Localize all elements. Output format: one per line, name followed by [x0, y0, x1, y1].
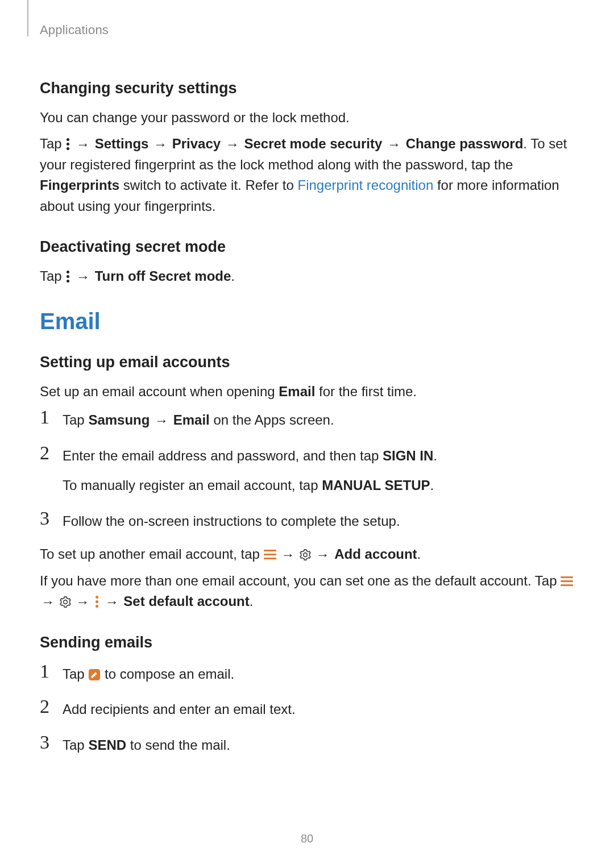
text-fragment: Tap — [63, 412, 88, 427]
menu-settings: Settings — [95, 136, 149, 151]
app-email: Email — [173, 412, 210, 427]
text-fragment: . — [231, 268, 235, 284]
text-changing-intro: You can change your password or the lock… — [40, 107, 574, 128]
text-fragment: on the Apps screen. — [210, 412, 334, 427]
step-body: Follow the on-screen instructions to com… — [63, 509, 574, 531]
sending-steps-list: 1 Tap to compose an email. 2 Add recipie… — [40, 662, 574, 755]
list-item: 1 Tap to compose an email. — [40, 662, 574, 684]
button-sign-in: SIGN IN — [383, 448, 433, 463]
button-send: SEND — [88, 737, 126, 753]
text-fragment: If you have more than one email account,… — [40, 573, 561, 588]
arrow-icon: → — [74, 595, 90, 609]
header-rule — [27, 0, 28, 36]
text-set-default: If you have more than one email account,… — [40, 571, 574, 612]
text-fragment: to send the mail. — [126, 737, 230, 753]
heading-setup-accounts: Setting up email accounts — [40, 354, 574, 371]
step-body: Tap Samsung → Email on the Apps screen. — [63, 408, 574, 430]
arrow-icon: → — [386, 138, 402, 151]
more-options-icon — [94, 595, 100, 608]
setup-steps-list: 1 Tap Samsung → Email on the Apps screen… — [40, 408, 574, 531]
step-subline: To manually register an email account, t… — [63, 475, 574, 496]
list-item: 1 Tap Samsung → Email on the Apps screen… — [40, 408, 574, 430]
text-fragment: To manually register an email account, t… — [63, 477, 322, 493]
list-item: 3 Tap SEND to send the mail. — [40, 733, 574, 755]
heading-deactivate: Deactivating secret mode — [40, 238, 574, 256]
more-options-icon — [65, 137, 71, 151]
text-fragment: . — [433, 448, 437, 463]
section-deactivate: Deactivating secret mode Tap → Turn off … — [40, 238, 574, 286]
step-body: Tap SEND to send the mail. — [63, 733, 574, 755]
text-setup-intro: Set up an email account when opening Ema… — [40, 381, 574, 402]
step-number: 1 — [40, 408, 63, 427]
arrow-icon: → — [225, 138, 240, 151]
button-manual-setup: MANUAL SETUP — [322, 477, 430, 493]
page: Applications Changing security settings … — [0, 0, 614, 868]
menu-set-default-account: Set default account — [123, 593, 249, 609]
text-fragment: . — [250, 593, 254, 609]
text-fragment: . — [430, 477, 434, 493]
arrow-icon: → — [104, 595, 120, 609]
app-samsung: Samsung — [88, 412, 150, 427]
section-changing-security: Changing security settings You can chang… — [40, 80, 574, 217]
hamburger-icon — [264, 550, 276, 560]
hamburger-icon — [561, 576, 573, 587]
list-item: 2 Enter the email address and password, … — [40, 443, 574, 496]
text-add-account: To set up another email account, tap → →… — [40, 544, 574, 564]
arrow-icon: → — [40, 595, 56, 609]
list-item: 3 Follow the on-screen instructions to c… — [40, 509, 574, 531]
text-fragment: Set up an email account when opening — [40, 384, 279, 399]
label-fingerprints: Fingerprints — [40, 177, 119, 193]
page-number: 80 — [0, 832, 614, 845]
heading-changing-security: Changing security settings — [40, 80, 574, 97]
gear-icon — [300, 549, 311, 560]
list-item: 2 Add recipients and enter an email text… — [40, 697, 574, 720]
menu-add-account: Add account — [334, 546, 417, 562]
text-deactivate: Tap → Turn off Secret mode. — [40, 266, 574, 286]
step-body: Add recipients and enter an email text. — [63, 697, 574, 720]
more-options-icon — [65, 269, 71, 283]
arrow-icon: → — [154, 414, 169, 427]
step-number: 2 — [40, 443, 63, 463]
heading-email: Email — [40, 309, 574, 334]
text-changing-steps: Tap → Settings → Privacy → Secret mode s… — [40, 134, 574, 217]
text-fragment: Tap — [63, 737, 88, 753]
step-body: Enter the email address and password, an… — [63, 443, 574, 496]
menu-privacy: Privacy — [172, 136, 221, 151]
text-fragment: To set up another email account, tap — [40, 546, 264, 562]
menu-change-password: Change password — [406, 136, 524, 151]
link-fingerprint-recognition[interactable]: Fingerprint recognition — [297, 177, 433, 193]
text-fragment: switch to activate it. Refer to — [119, 177, 297, 193]
heading-sending: Sending emails — [40, 634, 574, 651]
page-header: Applications — [40, 23, 574, 45]
step-number: 3 — [40, 509, 63, 528]
text-fragment: . — [417, 546, 421, 562]
step-number: 2 — [40, 697, 63, 716]
text-fragment: Tap — [40, 136, 65, 151]
step-number: 1 — [40, 662, 63, 681]
text-fragment: Tap — [40, 268, 65, 284]
section-email: Email Setting up email accounts Set up a… — [40, 309, 574, 612]
arrow-icon: → — [75, 138, 91, 151]
header-label: Applications — [40, 23, 574, 38]
arrow-icon: → — [75, 270, 91, 284]
section-sending: Sending emails 1 Tap to compose an email… — [40, 634, 574, 755]
compose-icon — [88, 668, 101, 681]
menu-turn-off-secret: Turn off Secret mode — [95, 268, 231, 284]
app-email: Email — [279, 384, 315, 399]
step-number: 3 — [40, 733, 63, 752]
step-body: Tap to compose an email. — [63, 662, 574, 684]
arrow-icon: → — [315, 548, 331, 562]
arrow-icon: → — [152, 138, 168, 151]
text-fragment: Tap — [63, 666, 88, 682]
text-fragment: for the first time. — [315, 384, 417, 399]
arrow-icon: → — [280, 548, 296, 562]
text-fragment: Enter the email address and password, an… — [63, 448, 383, 463]
gear-icon — [60, 596, 71, 608]
menu-secret-mode-security: Secret mode security — [244, 136, 383, 151]
text-fragment: to compose an email. — [105, 666, 234, 682]
